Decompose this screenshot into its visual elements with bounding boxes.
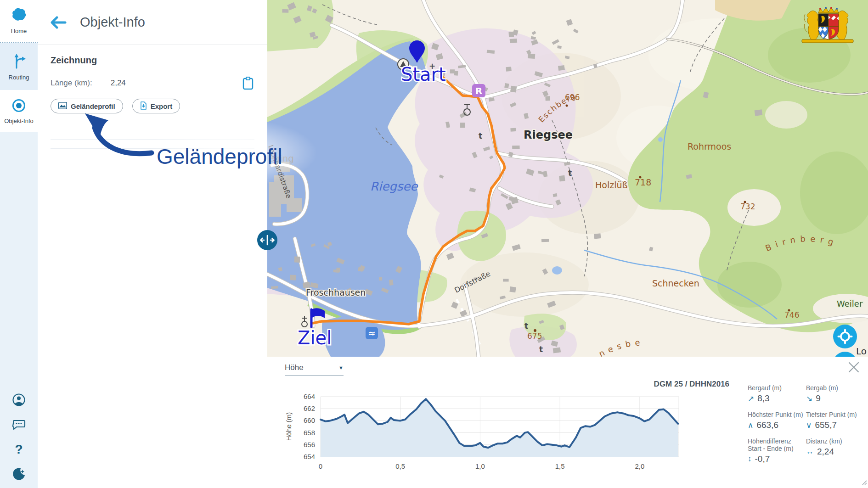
svg-text:eging: eging — [268, 153, 294, 164]
uphill-arrow-icon: ↗ — [748, 394, 754, 404]
download-file-icon — [140, 101, 147, 111]
objekt-info-panel: Objekt-Info Zeichnung Länge (km): 2,24 G… — [38, 0, 267, 488]
svg-text:664: 664 — [304, 393, 315, 400]
stat-distanz: Distanz (km) ↔2,24 — [806, 438, 864, 464]
transit-stop-badge[interactable]: R — [472, 84, 485, 97]
bavaria-map-icon — [11, 8, 27, 25]
svg-text:t: t — [479, 131, 482, 140]
sidebar-item-objekt-info[interactable]: Objekt-Info — [0, 90, 38, 132]
length-label: Länge (km): — [51, 79, 92, 88]
bavaria-coat-of-arms — [797, 5, 858, 45]
swimming-badge[interactable]: ≈ — [366, 327, 378, 339]
stat-bergab: Bergab (m) ↘9 — [806, 384, 864, 404]
sidebar-item-label: Routing — [9, 74, 29, 81]
svg-text:656: 656 — [304, 441, 315, 449]
svg-text:≈: ≈ — [368, 328, 376, 339]
export-button[interactable]: Export — [132, 99, 180, 113]
svg-text:718: 718 — [635, 177, 651, 187]
svg-text:662: 662 — [304, 404, 315, 412]
svg-text:746: 746 — [784, 310, 799, 320]
svg-text:675: 675 — [527, 331, 542, 341]
svg-text:Holzlüß: Holzlüß — [595, 180, 627, 190]
svg-text:2,0: 2,0 — [635, 462, 644, 470]
divider-line — [51, 139, 254, 140]
svg-text:Rohrmoos: Rohrmoos — [688, 141, 731, 151]
user-account-icon[interactable] — [11, 393, 26, 407]
map-canvas[interactable]: +tttt R ≈ 696 Eschberg Rohrmoos Holzlüß … — [267, 0, 868, 357]
start-label: Start — [401, 64, 446, 85]
sidebar-item-label: Home — [11, 28, 27, 34]
downhill-arrow-icon: ↘ — [806, 394, 812, 404]
stat-bergauf: Bergauf (m) ↗8,3 — [748, 384, 806, 404]
ziel-label: Ziel — [298, 327, 332, 348]
svg-text:0: 0 — [319, 462, 322, 470]
page-title: Objekt-Info — [80, 15, 145, 30]
clipboard-copy-icon[interactable] — [242, 76, 254, 90]
sidebar-item-routing[interactable]: Routing — [0, 43, 38, 90]
sidebar-bottom-icons: ? — [0, 393, 38, 482]
peak-chevron-icon: ∧ — [748, 421, 753, 430]
svg-text:t: t — [524, 321, 528, 331]
svg-text:R: R — [475, 85, 482, 96]
vertical-arrows-icon: ↕ — [748, 454, 752, 464]
stat-tiefster-punkt: Tiefster Punkt (m) ∨655,7 — [806, 411, 864, 430]
sidebar: Home Routing Objekt-Info — [0, 0, 38, 488]
back-arrow-button[interactable] — [50, 16, 67, 29]
svg-text:?: ? — [15, 442, 23, 456]
close-panel-button[interactable] — [847, 360, 861, 374]
section-title: Zeichnung — [51, 55, 267, 66]
geolocate-button[interactable] — [833, 325, 857, 348]
sidebar-item-label: Objekt-Info — [4, 118, 34, 124]
valley-chevron-icon: ∨ — [806, 421, 812, 430]
sidebar-item-home[interactable]: Home — [0, 0, 38, 43]
lake-label: Riegsee — [370, 179, 418, 193]
stat-hoehendifferenz: Höhendifferenz Start - Ende (m) ↕-0,7 — [748, 438, 806, 464]
panel-header: Objekt-Info — [38, 0, 267, 45]
horizontal-arrows-icon: ↔ — [806, 447, 814, 456]
svg-text:Schnecken: Schnecken — [652, 278, 699, 288]
elevation-chart[interactable]: 65465665866066266400,51,01,52,0 Höhe (m) — [267, 357, 745, 485]
svg-text:Froschhausen: Froschhausen — [306, 287, 366, 297]
svg-text:732: 732 — [740, 202, 755, 211]
svg-text:Lo: Lo — [856, 346, 867, 357]
svg-text:t: t — [539, 345, 543, 354]
svg-text:660: 660 — [304, 416, 315, 424]
terrain-image-icon — [58, 102, 67, 111]
feedback-chat-icon[interactable] — [11, 417, 26, 432]
svg-text:Weiler: Weiler — [837, 299, 863, 309]
routing-icon — [11, 52, 27, 72]
help-icon[interactable]: ? — [11, 442, 26, 457]
svg-text:t: t — [568, 168, 572, 178]
target-circle-icon — [11, 98, 27, 115]
length-value: 2,24 — [111, 79, 126, 88]
length-row: Länge (km): 2,24 — [51, 79, 254, 88]
night-mode-icon[interactable] — [11, 467, 26, 482]
elevation-profile-panel: Höhe ▼ DGM 25 / DHHN2016 654656658660662… — [267, 357, 868, 488]
panel-resize-corner[interactable] — [861, 479, 867, 487]
terrain-profile-button-label: Geländeprofil — [71, 102, 115, 110]
terrain-profile-button[interactable]: Geländeprofil — [51, 99, 123, 113]
town-label: Riegsee — [524, 129, 573, 141]
map-art: +tttt R ≈ 696 Eschberg Rohrmoos Holzlüß … — [267, 0, 868, 357]
svg-text:658: 658 — [304, 429, 315, 437]
profile-stats: Bergauf (m) ↗8,3 Bergab (m) ↘9 Höchster … — [748, 384, 865, 464]
panel-resize-handle[interactable] — [257, 230, 277, 250]
svg-text:1,0: 1,0 — [475, 462, 485, 470]
y-axis-title: Höhe (m) — [285, 412, 293, 441]
svg-text:1,5: 1,5 — [555, 462, 565, 470]
divider-line — [51, 148, 254, 149]
svg-text:0,5: 0,5 — [395, 462, 405, 470]
svg-text:654: 654 — [304, 453, 315, 460]
stat-hoechster-punkt: Höchster Punkt (m) ∧663,6 — [748, 411, 806, 430]
export-button-label: Export — [151, 102, 173, 110]
